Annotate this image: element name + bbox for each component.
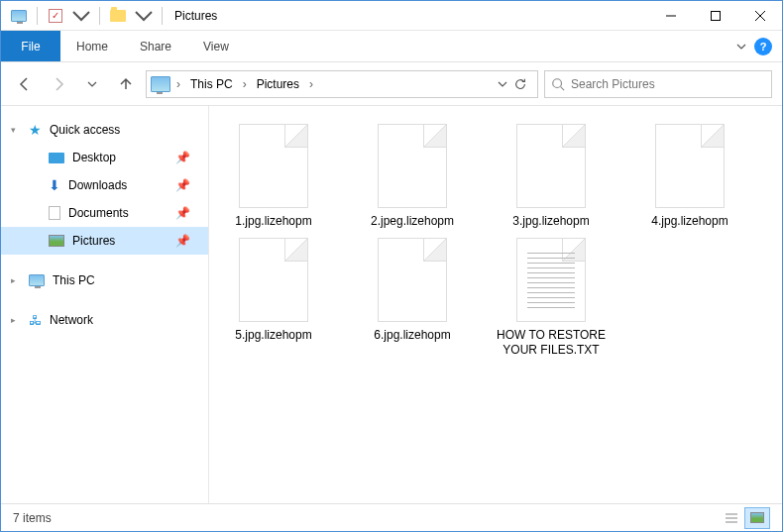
file-tile[interactable]: 1.jpg.lizehopm <box>219 124 328 230</box>
file-label: 3.jpg.lizehopm <box>512 214 589 230</box>
app-icon <box>9 6 29 26</box>
recent-locations-button[interactable] <box>78 70 106 98</box>
sidebar-item-documents[interactable]: Documents 📌 <box>1 199 208 227</box>
file-tile[interactable]: 6.jpg.lizehopm <box>358 238 467 359</box>
minimize-button[interactable] <box>648 1 693 31</box>
tab-share[interactable]: Share <box>124 31 187 61</box>
file-tile[interactable]: 2.jpeg.lizehopm <box>358 124 467 230</box>
address-bar[interactable]: › This PC › Pictures › <box>146 70 538 98</box>
file-tab[interactable]: File <box>1 31 60 61</box>
file-icon <box>239 238 308 322</box>
separator <box>99 7 100 25</box>
folder-icon <box>108 6 128 26</box>
ribbon: File Home Share View ? <box>1 31 782 62</box>
chevron-right-icon[interactable]: ▸ <box>11 275 16 285</box>
sidebar-item-label: Downloads <box>68 178 127 192</box>
svg-point-4 <box>553 78 562 87</box>
help-icon[interactable]: ? <box>754 38 772 55</box>
details-view-button[interactable] <box>719 507 744 529</box>
location-icon <box>151 76 170 92</box>
statusbar: 7 items <box>1 503 782 531</box>
view-toggles <box>719 507 770 529</box>
thumbnails-icon <box>750 512 764 523</box>
file-label: 4.jpg.lizehopm <box>651 214 727 230</box>
properties-qat-icon[interactable]: ✓ <box>46 6 65 26</box>
navbar: › This PC › Pictures › <box>1 62 782 106</box>
quick-access-toolbar: ✓ Pictures <box>1 6 217 26</box>
pictures-icon <box>49 235 64 247</box>
file-icon <box>655 124 725 208</box>
separator <box>37 7 38 25</box>
window-controls <box>648 1 782 31</box>
chevron-down-icon[interactable]: ▾ <box>11 125 16 135</box>
pin-icon: 📌 <box>175 178 190 192</box>
back-button[interactable] <box>11 70 39 98</box>
collapse-ribbon-icon[interactable] <box>736 42 746 52</box>
document-icon <box>49 206 60 220</box>
sidebar-item-label: Quick access <box>50 123 120 137</box>
pin-icon: 📌 <box>175 234 190 248</box>
file-label: 2.jpeg.lizehopm <box>371 214 454 230</box>
search-box[interactable] <box>544 70 772 98</box>
chevron-right-icon[interactable]: › <box>239 77 251 91</box>
titlebar: ✓ Pictures <box>1 1 782 31</box>
pin-icon: 📌 <box>175 206 190 220</box>
file-tile[interactable]: 4.jpg.lizehopm <box>635 124 744 230</box>
window-title: Pictures <box>174 9 217 23</box>
download-icon: ⬇ <box>49 177 60 193</box>
network-icon: 🖧 <box>29 313 42 328</box>
file-label: 6.jpg.lizehopm <box>374 328 450 344</box>
separator <box>162 7 163 25</box>
chevron-right-icon[interactable]: ▸ <box>11 315 16 325</box>
sidebar-item-desktop[interactable]: Desktop 📌 <box>1 144 208 171</box>
sidebar-item-label: This PC <box>53 273 95 287</box>
file-tile[interactable]: 5.jpg.lizehopm <box>219 238 328 359</box>
file-icon <box>516 124 586 208</box>
sidebar-item-label: Pictures <box>72 234 115 248</box>
text-file-icon <box>516 238 586 322</box>
file-list[interactable]: 1.jpg.lizehopm2.jpeg.lizehopm3.jpg.lizeh… <box>209 106 782 503</box>
file-icon <box>239 124 308 208</box>
item-count: 7 items <box>13 511 52 525</box>
file-label: 1.jpg.lizehopm <box>235 214 311 230</box>
ribbon-right: ? <box>736 31 782 61</box>
chevron-right-icon[interactable]: › <box>172 77 184 91</box>
file-icon <box>378 124 447 208</box>
refresh-icon[interactable] <box>513 77 527 91</box>
maximize-button[interactable] <box>693 1 737 31</box>
sidebar-item-label: Desktop <box>72 151 116 164</box>
sidebar-item-this-pc[interactable]: ▸ This PC <box>1 266 208 294</box>
forward-button[interactable] <box>45 70 72 98</box>
desktop-icon <box>49 153 64 163</box>
search-input[interactable] <box>571 77 765 91</box>
tab-view[interactable]: View <box>187 31 245 61</box>
folder-dropdown-icon[interactable] <box>134 6 154 26</box>
sidebar: ▾ ★ Quick access Desktop 📌 ⬇ Downloads 📌… <box>1 106 209 503</box>
sidebar-item-downloads[interactable]: ⬇ Downloads 📌 <box>1 171 208 199</box>
file-label: HOW TO RESTORE YOUR FILES.TXT <box>497 328 606 359</box>
breadcrumb-pictures[interactable]: Pictures <box>253 77 303 91</box>
file-tile[interactable]: 3.jpg.lizehopm <box>497 124 606 230</box>
sidebar-item-network[interactable]: ▸ 🖧 Network <box>1 306 208 334</box>
close-button[interactable] <box>737 1 782 31</box>
svg-rect-1 <box>711 11 720 20</box>
breadcrumb-this-pc[interactable]: This PC <box>186 77 237 91</box>
qat-dropdown-icon[interactable] <box>71 6 91 26</box>
sidebar-item-quick-access[interactable]: ▾ ★ Quick access <box>1 116 208 144</box>
file-tile[interactable]: HOW TO RESTORE YOUR FILES.TXT <box>497 238 606 359</box>
pin-icon: 📌 <box>175 151 190 164</box>
thumbnails-view-button[interactable] <box>744 507 770 529</box>
svg-line-5 <box>561 86 565 90</box>
address-bar-actions <box>498 77 533 91</box>
file-label: 5.jpg.lizehopm <box>235 328 311 344</box>
search-icon <box>551 77 565 91</box>
chevron-right-icon[interactable]: › <box>305 77 317 91</box>
sidebar-item-label: Network <box>50 313 93 327</box>
up-button[interactable] <box>112 70 140 98</box>
file-icon <box>378 238 447 322</box>
tab-home[interactable]: Home <box>60 31 124 61</box>
sidebar-item-label: Documents <box>68 206 129 220</box>
sidebar-item-pictures[interactable]: Pictures 📌 <box>1 227 208 255</box>
body: ▾ ★ Quick access Desktop 📌 ⬇ Downloads 📌… <box>1 106 782 503</box>
chevron-down-icon[interactable] <box>498 79 507 89</box>
